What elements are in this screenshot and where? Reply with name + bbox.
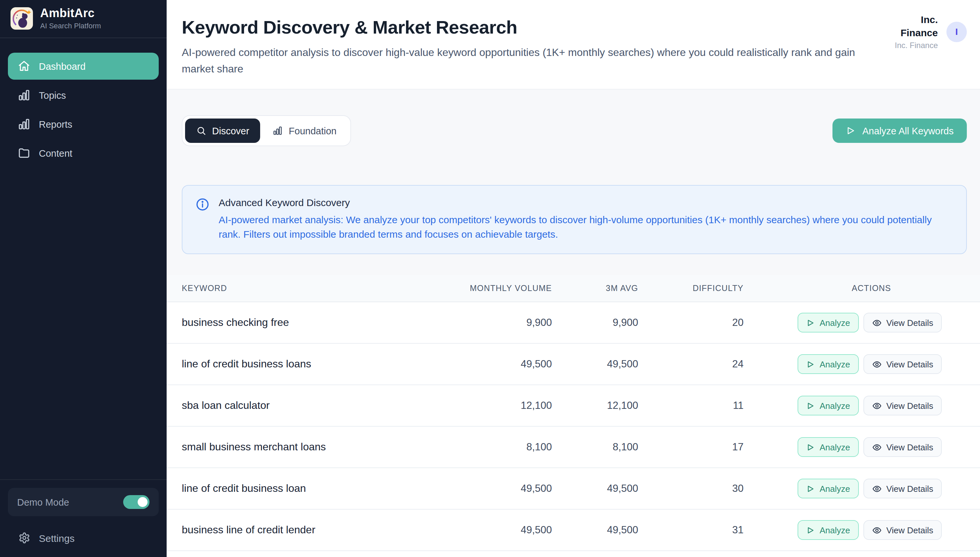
play-icon <box>846 126 856 136</box>
table-header-row: KEYWORD MONTHLY VOLUME 3M AVG DIFFICULTY… <box>166 275 980 302</box>
three-month-avg-cell: 9,900 <box>552 317 638 329</box>
play-icon <box>806 443 815 451</box>
keyword-cell: small business merchant loans <box>182 441 432 453</box>
eye-icon <box>872 318 882 327</box>
play-icon <box>806 318 815 327</box>
table-row-partial: Analyze View Details <box>166 551 980 557</box>
demo-mode-toggle[interactable] <box>123 495 150 509</box>
analyze-button[interactable]: Analyze <box>798 479 859 498</box>
sidebar-item-label: Content <box>39 148 72 158</box>
avatar[interactable]: I <box>946 21 967 42</box>
user-block[interactable]: Inc. Finance Inc. Finance I <box>892 13 967 50</box>
play-icon <box>806 526 815 534</box>
keyword-cell: line of credit business loans <box>182 358 432 370</box>
page-title: Keyword Discovery & Market Research <box>182 17 967 38</box>
view-details-button[interactable]: View Details <box>863 396 942 415</box>
app-window: AmbitArc AI Search Platform Dashboard To… <box>0 0 980 557</box>
monthly-volume-cell: 9,900 <box>432 317 552 329</box>
info-icon <box>196 197 209 211</box>
analyze-label: Analyze <box>820 401 850 410</box>
ambitarc-logo-icon <box>11 7 33 29</box>
view-details-button[interactable]: View Details <box>863 520 942 540</box>
difficulty-cell: 17 <box>638 441 744 453</box>
table-row: business checking free 9,900 9,900 20 An… <box>166 302 980 344</box>
keyword-cell: business line of credit lender <box>182 524 432 536</box>
search-icon <box>196 126 206 136</box>
tab-label: Foundation <box>289 125 336 136</box>
bar-chart-icon <box>273 126 283 136</box>
sidebar-item-label: Dashboard <box>39 61 86 72</box>
sidebar-item-settings[interactable]: Settings <box>18 532 159 544</box>
monthly-volume-cell: 8,100 <box>432 441 552 453</box>
sidebar-nav: Dashboard Topics Reports Content <box>0 38 166 166</box>
analyze-label: Analyze <box>820 318 850 327</box>
app-name: AmbitArc <box>40 7 101 20</box>
difficulty-cell: 11 <box>638 400 744 412</box>
tab-discover[interactable]: Discover <box>185 119 261 143</box>
sidebar-item-content[interactable]: Content <box>8 140 159 166</box>
view-details-button[interactable]: View Details <box>863 354 942 374</box>
three-month-avg-cell: 49,500 <box>552 358 638 370</box>
analyze-all-keywords-button[interactable]: Analyze All Keywords <box>833 119 967 143</box>
keyword-cell: sba loan calculator <box>182 400 432 412</box>
monthly-volume-cell: 49,500 <box>432 483 552 495</box>
eye-icon <box>872 401 882 410</box>
eye-icon <box>872 442 882 452</box>
tab-label: Discover <box>212 125 249 136</box>
three-month-avg-cell: 12,100 <box>552 400 638 412</box>
eye-icon <box>872 484 882 493</box>
analyze-button[interactable]: Analyze <box>798 520 859 540</box>
table-row: line of credit business loans 49,500 49,… <box>166 344 980 385</box>
analyze-label: Analyze <box>820 359 850 369</box>
difficulty-cell: 30 <box>638 483 744 495</box>
sidebar-item-dashboard[interactable]: Dashboard <box>8 53 159 80</box>
view-details-label: View Details <box>886 525 933 535</box>
tab-foundation[interactable]: Foundation <box>262 119 348 143</box>
info-banner: Advanced Keyword Discovery AI-powered ma… <box>182 185 967 254</box>
brand-header: AmbitArc AI Search Platform <box>0 0 166 38</box>
view-details-label: View Details <box>886 401 933 410</box>
view-details-button[interactable]: View Details <box>863 313 942 332</box>
view-details-button[interactable]: View Details <box>863 437 942 457</box>
info-banner-title: Advanced Keyword Discovery <box>219 197 952 208</box>
sidebar: AmbitArc AI Search Platform Dashboard To… <box>0 0 166 557</box>
analyze-button[interactable]: Analyze <box>798 313 859 332</box>
difficulty-cell: 20 <box>638 317 744 329</box>
info-banner-body: AI-powered market analysis: We analyze y… <box>219 213 952 241</box>
eye-icon <box>872 525 882 535</box>
table-row: line of credit business loan 49,500 49,5… <box>166 468 980 510</box>
demo-mode-card: Demo Mode <box>8 488 159 516</box>
col-header-actions: ACTIONS <box>744 284 942 293</box>
three-month-avg-cell: 49,500 <box>552 524 638 536</box>
table-body: business checking free 9,900 9,900 20 An… <box>166 302 980 551</box>
col-header-difficulty: DIFFICULTY <box>638 284 744 293</box>
keyword-cell: business checking free <box>182 317 432 329</box>
difficulty-cell: 31 <box>638 524 744 536</box>
demo-mode-label: Demo Mode <box>17 497 69 507</box>
analyze-button[interactable]: Analyze <box>798 354 859 374</box>
sidebar-item-topics[interactable]: Topics <box>8 81 159 109</box>
gear-icon <box>18 532 30 544</box>
table-row: business line of credit lender 49,500 49… <box>166 510 980 551</box>
app-tagline: AI Search Platform <box>40 22 101 29</box>
table-row: small business merchant loans 8,100 8,10… <box>166 427 980 468</box>
sidebar-item-label: Topics <box>39 90 66 100</box>
play-icon <box>806 401 815 410</box>
keyword-cell: line of credit business loan <box>182 483 432 495</box>
user-org: Inc. Finance <box>892 41 938 50</box>
three-month-avg-cell: 49,500 <box>552 483 638 495</box>
analyze-button[interactable]: Analyze <box>798 437 859 457</box>
folder-icon <box>18 147 30 159</box>
view-details-label: View Details <box>886 359 933 369</box>
content-area: Discover Foundation Analyze All Keywords… <box>166 90 980 557</box>
analyze-label: Analyze <box>820 442 850 452</box>
monthly-volume-cell: 49,500 <box>432 358 552 370</box>
toolbar: Discover Foundation Analyze All Keywords <box>182 115 967 146</box>
analyze-label: Analyze <box>820 525 850 535</box>
view-details-button[interactable]: View Details <box>863 479 942 498</box>
sidebar-item-label: Reports <box>39 119 72 129</box>
col-header-3m-avg: 3M AVG <box>552 284 638 293</box>
play-icon <box>806 484 815 493</box>
analyze-button[interactable]: Analyze <box>798 396 859 415</box>
sidebar-item-reports[interactable]: Reports <box>8 111 159 138</box>
